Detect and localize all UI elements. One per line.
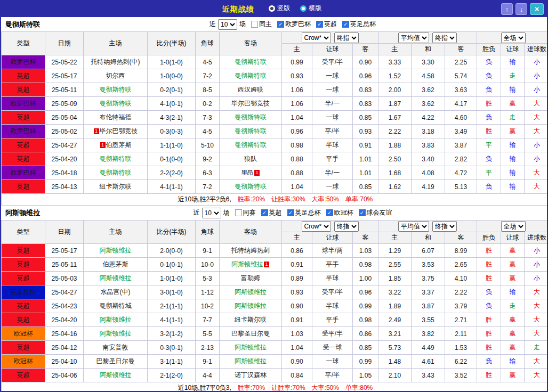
team-name-text: 南安普敦 [103,344,128,351]
average-odds-value: 4.19 [412,180,445,194]
average-stage-select[interactable]: 终指 [432,221,457,232]
home-team-cell: 1毕尔巴鄂竞技 [84,125,148,138]
filter-checkbox[interactable]: 同赛 [235,208,256,217]
average-odds-value: 1.53 [445,341,477,355]
bookmaker-select[interactable]: Crow* [302,32,331,43]
average-odds-value: 4.61 [412,355,445,369]
fulltime-select[interactable]: 全场 [501,32,526,43]
result-indicator: 负 [477,285,501,299]
bookmaker-stage-select[interactable]: 终指 [334,32,359,43]
result-indicator: 输 [501,152,525,166]
average-stage-select[interactable]: 终指 [432,32,457,43]
match-date: 25-04-10 [45,355,84,369]
team-name: 阿斯顿维拉 [5,208,40,218]
match-score: 3-2(1-2) [148,327,196,341]
bookmaker-odds-value: 1.01 [353,152,378,166]
match-row: 欧冠杯25-04-16阿斯顿维拉3-2(1-2)5-5巴黎圣日尔曼1.03受平/… [2,327,548,341]
column-header-date: 日期 [45,32,84,55]
checkbox-label: 球会友谊 [367,208,392,217]
team-name-text: 切尔西 [106,72,125,79]
result-indicator: 赢 [501,97,525,111]
column-subheader: 让球 [312,44,353,55]
red-card-badge: 1 [94,128,99,134]
home-team-cell: 切尔西 [84,69,148,83]
result-indicator: 负 [477,111,501,125]
match-row: 英超25-04-271伯恩茅斯1-1(1-0)5-10曼彻斯特联0.98半球0.… [2,138,548,152]
average-odds-value: 2.65 [445,258,477,272]
result-indicator: 负 [477,83,501,97]
match-date: 25-05-04 [45,111,84,125]
result-indicator: 赢 [501,341,525,355]
corner-count: 4-5 [196,55,220,69]
bookmaker-odds-value: 半球 [312,138,353,152]
match-score: 3-0(1-0) [148,285,196,299]
result-indicator: 大 [525,111,548,125]
result-indicator: 负 [477,299,501,313]
average-odds-value: 3.22 [378,285,412,299]
team-name-text: 巴黎圣日尔曼 [96,357,135,365]
result-indicator: 走 [501,111,525,125]
column-header-league: 类型 [2,220,45,244]
recent-count-select[interactable]: 10 [202,208,221,218]
match-row: 英超25-04-20阿斯顿维拉4-1(1-1)7-7纽卡斯尔联0.91平手0.9… [2,313,548,327]
window-title: 近期战绩 [222,5,254,13]
average-odds-value: 2.22 [378,125,412,138]
team-name-text: 阿斯顿维拉 [100,274,132,282]
result-indicator: 胜 [477,244,501,258]
checkbox-label: 欧罗巴杯 [285,20,311,29]
team-section-1: 曼彻斯特联近10场同主✓欧罗巴杯✓英超✓英足总杯类型日期主场比分(半场)角球客场… [1,17,547,206]
filter-checkbox[interactable]: ✓英超 [316,20,337,29]
away-team-cell: 巴黎圣日尔曼 [220,327,282,341]
radio-button-icon [269,5,275,12]
away-team-cell: 阿斯顿维拉 [220,285,282,299]
result-indicator: 输 [501,355,525,369]
match-row: 欧冠杯25-04-10巴黎圣日尔曼3-1(1-1)9-1阿斯顿维拉0.90一球0… [2,355,548,369]
average-odds-value: 3.18 [412,125,445,138]
fulltime-select[interactable]: 全场 [501,221,526,232]
bookmaker-select[interactable]: Crow* [302,221,331,232]
result-indicator: 赢 [501,369,525,382]
average-odds-value: 4.58 [412,69,445,83]
average-odds-value: 1.67 [378,111,412,125]
league-badge: 英足总杯 [2,285,45,299]
scroll-up-button[interactable]: ↑ [501,3,513,15]
filter-checkbox[interactable]: 同主 [251,20,272,29]
result-indicator: 负 [477,355,501,369]
filter-checkbox[interactable]: ✓球会友谊 [359,208,392,217]
average-select[interactable]: 平均值 [398,32,429,43]
layout-radio-vertical[interactable]: 竖版 [269,4,290,13]
filter-checkbox[interactable]: ✓英足总杯 [287,208,321,217]
average-odds-value: 1.48 [378,355,412,369]
league-badge: 欧罗巴杯 [2,55,45,69]
average-odds-value: 5.13 [445,180,477,194]
filter-checkbox[interactable]: ✓欧冠杯 [326,208,353,217]
result-indicator: 赢 [501,327,525,341]
checkbox-label: 英足总杯 [350,20,376,29]
average-odds-value: 2.55 [378,258,412,272]
bookmaker-odds-value: 1.06 [282,83,312,97]
match-row: 欧罗巴杯25-05-021毕尔巴鄂竞技0-3(0-3)4-5曼彻斯特联0.96平… [2,125,548,138]
match-score: 3-1(1-1) [148,355,196,369]
bookmaker-odds-value: 平手 [312,152,353,166]
fulltime-header: 全场 [477,32,548,44]
average-odds-header: 平均值终指 [378,220,477,232]
bookmaker-odds-value: 0.84 [282,369,312,382]
filter-checkbox[interactable]: ✓英足总杯 [342,20,376,29]
filter-checkbox[interactable]: ✓欧罗巴杯 [277,20,311,29]
match-date: 25-05-03 [45,272,84,285]
average-odds-value: 3.87 [445,138,477,152]
scroll-down-button[interactable]: ↓ [515,3,527,15]
bookmaker-stage-select[interactable]: 终指 [334,221,359,232]
recent-count-select[interactable]: 10 [218,19,237,30]
matches-label: 场 [223,208,230,217]
average-select[interactable]: 平均值 [398,221,429,232]
filter-checkbox[interactable]: ✓英超 [261,208,282,217]
bookmaker-odds-value: 0.88 [282,152,312,166]
column-header-date: 日期 [45,220,84,244]
layout-radio-horizontal[interactable]: 横版 [300,4,321,13]
close-button[interactable]: × [530,3,544,15]
match-score: 2-1(2-0) [148,369,196,382]
average-odds-value: 6.22 [445,355,477,369]
column-subheader: 客 [353,232,378,244]
corner-count: 7-2 [196,69,220,83]
